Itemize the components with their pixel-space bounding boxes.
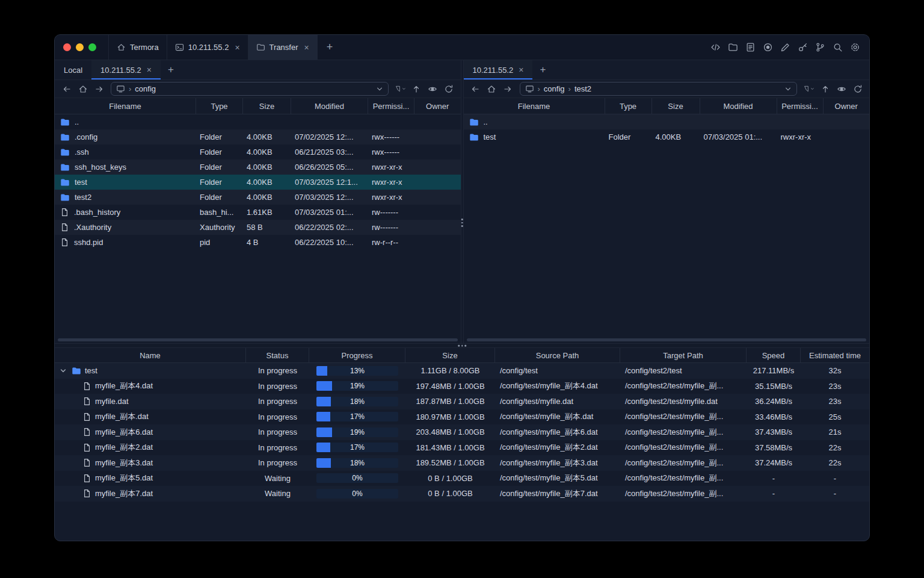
transfer-row[interactable]: myfile_副本2.datIn progress17%181.43MB / 1… bbox=[55, 440, 869, 456]
breadcrumb-config[interactable]: config bbox=[544, 84, 565, 93]
transfer-row[interactable]: myfile_副本4.datIn progress19%197.48MB / 1… bbox=[55, 379, 869, 394]
home-button[interactable] bbox=[75, 82, 90, 96]
file-row[interactable]: .XauthorityXauthority58 B06/22/2025 02:.… bbox=[55, 220, 461, 235]
column-header-type[interactable]: Type bbox=[605, 98, 652, 114]
path-bar[interactable]: › config › test2 bbox=[520, 82, 798, 96]
column-header-name[interactable]: Name bbox=[55, 348, 246, 362]
forward-button[interactable] bbox=[500, 82, 516, 96]
column-header-permissions[interactable]: Permissi... bbox=[777, 98, 824, 114]
column-header-size[interactable]: Size bbox=[405, 348, 495, 362]
transfer-row[interactable]: myfile.datIn progress18%187.87MB / 1.00G… bbox=[55, 394, 869, 409]
status: Waiting bbox=[246, 489, 309, 498]
pane-tab-host[interactable]: 10.211.55.2 × bbox=[91, 60, 161, 79]
column-header-owner[interactable]: Owner bbox=[824, 98, 870, 114]
column-header-progress[interactable]: Progress bbox=[309, 348, 405, 362]
type-cell: Folder bbox=[196, 148, 243, 157]
tab-10-211-55-2[interactable]: 10.211.55.2 × bbox=[167, 35, 248, 60]
folder-button[interactable] bbox=[727, 42, 738, 53]
filename-cell: ssh_host_keys bbox=[55, 163, 196, 172]
transfer-row[interactable]: myfile_副本6.datIn progress19%203.48MB / 1… bbox=[55, 424, 869, 440]
tab-termora[interactable]: Termora bbox=[109, 35, 167, 60]
file-row[interactable]: sshd.pidpid4 B06/22/2025 10:...rw-r--r-- bbox=[55, 235, 461, 250]
column-header-filename[interactable]: Filename bbox=[464, 98, 605, 114]
column-header-owner[interactable]: Owner bbox=[414, 98, 461, 114]
branch-button[interactable] bbox=[815, 42, 825, 53]
show-hidden-button[interactable] bbox=[425, 82, 440, 96]
file-row[interactable]: .bash_historybash_hi...1.61KB07/03/2025 … bbox=[55, 205, 461, 220]
back-button[interactable] bbox=[468, 82, 483, 96]
zoom-window-button[interactable] bbox=[88, 43, 96, 51]
file-row[interactable]: test2Folder4.00KB07/03/2025 12:...rwxr-x… bbox=[55, 190, 461, 205]
column-header-source-path[interactable]: Source Path bbox=[495, 348, 620, 362]
column-header-modified[interactable]: Modified bbox=[700, 98, 777, 114]
pane-tab-local[interactable]: Local bbox=[55, 60, 91, 79]
transfer-row[interactable]: testIn progress13%1.11GB / 8.00GB/config… bbox=[55, 363, 869, 379]
column-header-filename[interactable]: Filename bbox=[55, 98, 196, 114]
column-header-speed[interactable]: Speed bbox=[747, 348, 801, 362]
transfer-row[interactable]: myfile_副本7.datWaiting0%0 B / 1.00GB/conf… bbox=[55, 486, 869, 502]
pane-tab-host[interactable]: 10.211.55.2 × bbox=[464, 60, 533, 79]
transfer-row[interactable]: myfile_副本3.datIn progress18%189.52MB / 1… bbox=[55, 455, 869, 471]
upload-button[interactable] bbox=[409, 82, 424, 96]
back-button[interactable] bbox=[59, 82, 74, 96]
chevron-down-icon[interactable] bbox=[784, 85, 792, 93]
file-row[interactable]: testFolder4.00KB07/03/2025 01:...rwxr-xr… bbox=[464, 129, 870, 144]
chevron-down-icon[interactable] bbox=[60, 367, 68, 374]
close-window-button[interactable] bbox=[63, 43, 71, 51]
file-row[interactable]: .. bbox=[464, 114, 870, 129]
size: 180.97MB / 1.00GB bbox=[405, 412, 495, 421]
column-header-size[interactable]: Size bbox=[243, 98, 291, 114]
close-icon[interactable]: × bbox=[519, 66, 523, 74]
new-tab-button[interactable]: + bbox=[318, 35, 342, 60]
file-row[interactable]: testFolder4.00KB07/03/2025 12:1...rwxr-x… bbox=[55, 175, 461, 190]
column-header-permissions[interactable]: Permissi... bbox=[368, 98, 414, 114]
horizontal-splitter[interactable] bbox=[55, 343, 869, 348]
close-icon[interactable]: × bbox=[235, 43, 239, 52]
file-row[interactable]: ssh_host_keysFolder4.00KB06/26/2025 05:.… bbox=[55, 160, 461, 175]
breadcrumb-test2[interactable]: test2 bbox=[574, 84, 591, 93]
new-pane-tab-button[interactable]: + bbox=[532, 60, 553, 79]
new-pane-tab-button[interactable]: + bbox=[161, 60, 181, 79]
tab-transfer[interactable]: Transfer × bbox=[248, 35, 318, 60]
home-button[interactable] bbox=[484, 82, 499, 96]
column-header-estimated-time[interactable]: Estimated time bbox=[801, 348, 869, 362]
search-button[interactable] bbox=[832, 42, 843, 53]
show-hidden-button[interactable] bbox=[834, 82, 849, 96]
record-button[interactable] bbox=[762, 42, 773, 53]
column-header-size[interactable]: Size bbox=[652, 98, 700, 114]
close-icon[interactable]: × bbox=[147, 66, 152, 74]
refresh-button[interactable] bbox=[850, 82, 865, 96]
refresh-button[interactable] bbox=[442, 82, 457, 96]
horizontal-scrollbar[interactable] bbox=[58, 338, 458, 341]
code-button[interactable] bbox=[710, 42, 721, 53]
bookmark-button[interactable] bbox=[393, 82, 408, 96]
speed: - bbox=[747, 474, 801, 483]
close-icon[interactable]: × bbox=[304, 43, 309, 52]
horizontal-scrollbar[interactable] bbox=[467, 338, 867, 341]
column-header-modified[interactable]: Modified bbox=[291, 98, 368, 114]
column-header-target-path[interactable]: Target Path bbox=[620, 348, 747, 362]
edit-button[interactable] bbox=[780, 42, 790, 53]
log-button[interactable] bbox=[745, 42, 756, 53]
file-row[interactable]: .sshFolder4.00KB06/21/2025 03:...rwx----… bbox=[55, 144, 461, 160]
bookmark-button[interactable] bbox=[801, 82, 816, 96]
transfer-name: myfile_副本6.dat bbox=[95, 427, 153, 438]
forward-button[interactable] bbox=[91, 82, 106, 96]
file-row[interactable]: .configFolder4.00KB07/02/2025 12:...rwx-… bbox=[55, 129, 461, 144]
transfer-row[interactable]: myfile_副本5.datWaiting0%0 B / 1.00GB/conf… bbox=[55, 471, 869, 486]
column-header-status[interactable]: Status bbox=[246, 348, 309, 362]
refresh-icon bbox=[853, 84, 863, 94]
progress-label: 19% bbox=[316, 427, 398, 437]
chevron-down-icon[interactable] bbox=[376, 85, 383, 93]
target-path: /config/test2/test/myfile_副... bbox=[620, 427, 747, 438]
column-header-type[interactable]: Type bbox=[196, 98, 243, 114]
transfer-row[interactable]: myfile_副本.datIn progress17%180.97MB / 1.… bbox=[55, 409, 869, 425]
key-button[interactable] bbox=[797, 42, 808, 53]
left-pane-tab-bar: Local 10.211.55.2 × + bbox=[55, 60, 461, 80]
breadcrumb-config[interactable]: config bbox=[135, 84, 156, 93]
minimize-window-button[interactable] bbox=[76, 43, 84, 51]
settings-button[interactable] bbox=[849, 42, 860, 53]
file-row[interactable]: .. bbox=[55, 114, 461, 129]
path-bar[interactable]: › config bbox=[111, 82, 389, 96]
upload-button[interactable] bbox=[818, 82, 833, 96]
